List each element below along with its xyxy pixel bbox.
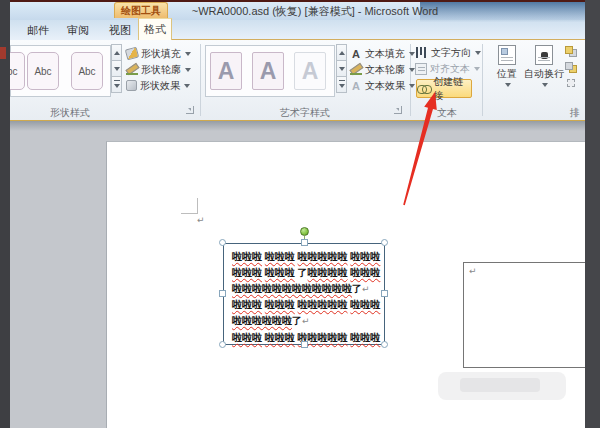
chevron-down-icon [185, 52, 191, 56]
ribbon-top-border [172, 39, 585, 40]
paint-bucket-icon [125, 47, 139, 61]
shape-outline-button[interactable]: 形状轮廓 [126, 62, 191, 77]
text-effects-button[interactable]: A 文本效果 [350, 78, 415, 93]
gallery-scroll-up-icon[interactable] [111, 44, 122, 61]
chevron-down-icon [409, 84, 415, 88]
textbox-line: 啦啦啦啦啦啦啦啦啦啦啦啦了↵ [232, 281, 381, 298]
textbox-line: 啦啦啦 啦啦啦 啦啦啦啦啦 啦啦啦 [232, 297, 381, 313]
shape-outline-label: 形状轮廓 [141, 63, 181, 77]
desktop-right-strip [585, 0, 600, 428]
chevron-down-icon [474, 67, 480, 71]
text-direction-button[interactable]: 文字方向 [415, 45, 481, 60]
shape-effects-label: 形状效果 [140, 79, 180, 93]
selection-handle-bottom-left[interactable] [219, 341, 226, 348]
textbox-line: 啦啦啦啦啦啦了↵ [232, 313, 381, 330]
position-label: 位置 [497, 67, 517, 81]
pencil-outline-icon [126, 64, 138, 75]
paragraph-mark: ↵ [469, 266, 477, 276]
create-link-label: 创建链接 [433, 75, 471, 103]
textbox-line: 啦啦啦 啦啦啦 啦啦啦啦啦 啦啦啦 [232, 249, 381, 265]
group-label-text: 文本 [412, 106, 482, 118]
create-link-button[interactable]: 创建链接 [416, 79, 472, 98]
send-backward-icon[interactable] [565, 62, 580, 75]
shape-style-gallery: Abc Abc Abc [10, 45, 111, 97]
chain-link-icon [417, 85, 430, 93]
gallery-scroll-down-icon[interactable] [336, 60, 347, 77]
text-direction-icon [415, 47, 428, 59]
selection-handle-bottom[interactable] [301, 341, 308, 348]
tab-review[interactable]: 审阅 [62, 22, 94, 39]
selection-handle-bottom-right[interactable] [381, 341, 388, 348]
chevron-down-icon [185, 68, 191, 72]
text-effects-icon: A [350, 80, 362, 92]
group-label-shape-styles: 形状样式 [10, 106, 130, 118]
group-divider [200, 44, 201, 116]
selected-textbox[interactable]: 啦啦啦 啦啦啦 啦啦啦啦啦 啦啦啦啦啦啦 啦啦啦 了啦啦啦啦 啦啦啦啦啦啦啦啦啦… [223, 243, 385, 345]
text-fill-button[interactable]: A 文本填充 [350, 46, 415, 61]
chevron-down-icon [542, 83, 548, 87]
wordart-style-gallery: A A A [205, 45, 335, 97]
selection-pane-icon[interactable] [565, 78, 580, 91]
text-fill-label: 文本填充 [365, 47, 405, 61]
background-window-fragment [0, 47, 6, 59]
window-top-edge [0, 0, 600, 2]
align-text-label: 对齐文本 [430, 62, 470, 76]
bring-forward-icon[interactable] [565, 46, 580, 59]
tab-format-active[interactable]: 格式 [138, 18, 172, 40]
selection-handle-right[interactable] [381, 290, 388, 297]
contextual-tab-group-header: 绘图工具 [114, 2, 168, 18]
text-fill-icon: A [350, 48, 362, 60]
wrap-text-label: 自动换行 [524, 67, 564, 81]
selection-handle-top-left[interactable] [219, 239, 226, 246]
shape-style-thumb[interactable]: Abc [71, 52, 103, 90]
shape-effects-icon [126, 80, 137, 91]
tab-view[interactable]: 视图 [104, 22, 136, 39]
align-text-icon [415, 63, 427, 75]
rotate-handle[interactable] [300, 227, 309, 236]
margin-crop-mark [197, 198, 198, 214]
word-window: 绘图工具 ~WRA0000.asd (恢复) [兼容模式] - Microsof… [0, 0, 600, 428]
shape-gallery-scrollbar [111, 45, 122, 97]
dialog-launcher-icon[interactable] [186, 106, 194, 114]
position-button[interactable]: 位置 [492, 45, 522, 97]
selection-handle-top[interactable] [301, 239, 308, 246]
gallery-more-icon[interactable] [111, 76, 122, 93]
shape-fill-button[interactable]: 形状填充 [126, 46, 191, 61]
gallery-scroll-up-icon[interactable] [336, 44, 347, 61]
selection-handle-top-right[interactable] [381, 239, 388, 246]
gallery-scroll-down-icon[interactable] [111, 60, 122, 77]
position-icon [498, 45, 516, 65]
text-direction-label: 文字方向 [431, 46, 471, 60]
text-outline-button[interactable]: 文本轮廓 [350, 62, 415, 77]
selection-handle-left[interactable] [219, 290, 226, 297]
wordart-thumb[interactable]: A [294, 52, 326, 90]
group-divider [482, 44, 483, 116]
faint-watermark [460, 378, 540, 392]
wrap-text-icon [535, 45, 553, 65]
text-outline-label: 文本轮廓 [365, 63, 405, 77]
wordart-thumb[interactable]: A [252, 52, 284, 90]
wrap-text-button[interactable]: 自动换行 [524, 45, 564, 97]
margin-crop-mark [181, 213, 198, 214]
dialog-launcher-icon[interactable] [394, 106, 402, 114]
chevron-down-icon [184, 84, 190, 88]
textbox-line: 啦啦啦 啦啦啦 了啦啦啦啦 啦啦啦 [232, 265, 381, 281]
chevron-down-icon [505, 83, 511, 87]
gallery-more-icon[interactable] [336, 76, 347, 93]
empty-textbox[interactable]: ↵ [463, 262, 586, 368]
wordart-thumb[interactable]: A [210, 52, 242, 90]
paragraph-mark: ↵ [197, 215, 205, 225]
shape-effects-button[interactable]: 形状效果 [126, 78, 190, 93]
ribbon-shadow [10, 121, 585, 131]
shape-style-thumb[interactable]: Abc [27, 52, 59, 90]
tab-mail[interactable]: 邮件 [22, 22, 54, 39]
text-effects-label: 文本效果 [365, 79, 405, 93]
group-label-wordart-styles: 艺术字样式 [205, 106, 405, 118]
text-outline-icon [350, 64, 362, 75]
chevron-down-icon [475, 51, 481, 55]
wordart-gallery-scrollbar [336, 45, 347, 97]
window-title: ~WRA0000.asd (恢复) [兼容模式] - Microsoft Wor… [175, 4, 455, 19]
desktop-left-strip [0, 0, 10, 428]
shape-fill-label: 形状填充 [141, 47, 181, 61]
